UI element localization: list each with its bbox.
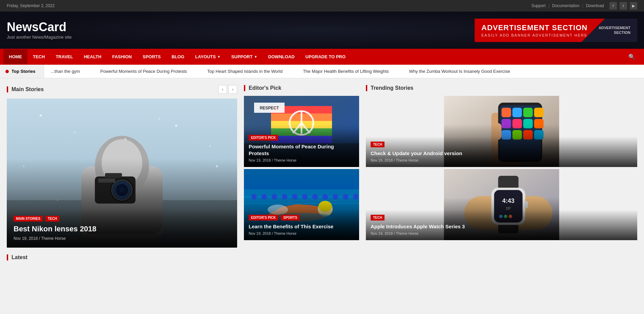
- twitter-icon[interactable]: t: [620, 2, 627, 9]
- editors-pick-card-1[interactable]: RESPECT EDITOR'S PICK Powerful Moments o…: [244, 96, 359, 167]
- main-navigation: HOME TECH TRAVEL HEALTH FASHION SPORTS B…: [0, 49, 644, 65]
- main-stories-section: Main Stories ‹ ›: [7, 85, 237, 248]
- nav-tech[interactable]: TECH: [27, 49, 50, 64]
- editors-pick-title: Editor's Pick: [244, 85, 281, 91]
- pick-tag-1: EDITOR'S PICK: [249, 135, 278, 141]
- main-card-tags: MAIN STORIES TECH: [14, 215, 230, 224]
- ad-subtitle: EASILY ADD BANNER ADVERTISEMENT HERE: [481, 33, 592, 37]
- trending-card-1[interactable]: TECH Check & Update your Android version…: [366, 96, 637, 167]
- advertisement-banner[interactable]: ADVERTISEMENT SECTION EASILY ADD BANNER …: [475, 19, 637, 42]
- pick-card-1-title: Powerful Moments of Peace During Protest…: [249, 143, 354, 156]
- main-stories-header: Main Stories ‹ ›: [7, 85, 237, 94]
- main-stories-title: Main Stories: [7, 86, 44, 92]
- date: Friday, September 2, 2022: [7, 3, 55, 8]
- nav-health[interactable]: HEALTH: [78, 49, 107, 64]
- layouts-dropdown-arrow: ▼: [217, 55, 221, 59]
- main-tag-2: TECH: [45, 216, 59, 222]
- download-link[interactable]: Download: [586, 3, 604, 8]
- ticker-dot: [5, 70, 9, 73]
- ticker-item[interactable]: Top Heart Shaped Islands in the World: [207, 69, 283, 74]
- pick-card-2-overlay: EDITOR'S PICK SPORTS Learn the Benefits …: [244, 210, 359, 240]
- main-card-overlay: MAIN STORIES TECH Best Nikon lenses 2018…: [7, 209, 237, 248]
- site-tagline: Just another News/Magazine site: [7, 35, 71, 40]
- nav-layouts[interactable]: LAYOUTS ▼: [190, 49, 226, 64]
- trend-card-1-overlay: TECH Check & Update your Android version…: [366, 137, 637, 167]
- ad-title: ADVERTISEMENT SECTION: [481, 23, 592, 32]
- trending-card-2[interactable]: 4:43 19° TECH: [366, 169, 637, 240]
- nav-blog[interactable]: BLOG: [166, 49, 190, 64]
- ad-side-text: ADVERTISEMENTSECTION: [599, 25, 630, 35]
- ad-main-content: ADVERTISEMENT SECTION EASILY ADD BANNER …: [481, 23, 592, 37]
- nav-home[interactable]: HOME: [3, 49, 27, 64]
- pick-tag-2a: EDITOR'S PICK: [249, 215, 278, 221]
- pick-tag-2b: SPORTS: [281, 215, 299, 221]
- trend-card-2-meta: Nov 19, 2018 / Theme Horse: [371, 231, 632, 235]
- editors-pick-card-2[interactable]: EDITOR'S PICK SPORTS Learn the Benefits …: [244, 169, 359, 240]
- nav-sports[interactable]: SPORTS: [137, 49, 166, 64]
- trend-card-2-title: Apple Introduces Apple Watch Series 3: [371, 223, 632, 230]
- trend-card-1-tags: TECH: [371, 141, 632, 150]
- next-arrow[interactable]: ›: [228, 85, 237, 94]
- ticker-label: Top Stories: [0, 65, 44, 78]
- trending-stories-title: Trending Stories: [366, 85, 413, 91]
- nav-upgrade[interactable]: UPGRADE TO PRO: [300, 49, 351, 64]
- social-links: f t ▶: [609, 2, 637, 9]
- ticker-item[interactable]: Why the Zumba Workout Is Insanely Good E…: [409, 69, 510, 74]
- site-header: NewsCard Just another News/Magazine site…: [0, 12, 644, 49]
- nav-support[interactable]: SUPPORT ▼: [226, 49, 263, 64]
- support-link[interactable]: Support: [532, 3, 546, 8]
- trending-stories-section: Trending Stories: [366, 85, 637, 248]
- trend-card-2-tags: TECH: [371, 214, 632, 223]
- main-tag-1: MAIN STORIES: [14, 216, 43, 222]
- trend-tag-1: TECH: [371, 142, 385, 147]
- search-icon[interactable]: 🔍: [623, 49, 641, 65]
- site-logo[interactable]: NewsCard Just another News/Magazine site: [7, 21, 71, 40]
- main-card-title: Best Nikon lenses 2018: [14, 224, 230, 234]
- trend-card-1-title: Check & Update your Android version: [371, 150, 632, 157]
- pick-card-1-overlay: EDITOR'S PICK Powerful Moments of Peace …: [244, 130, 359, 167]
- documentation-link[interactable]: Documentation: [552, 3, 580, 8]
- top-bar: Friday, September 2, 2022 Support | Docu…: [0, 0, 644, 12]
- pick-card-2-tags: EDITOR'S PICK SPORTS: [249, 214, 354, 223]
- bottom-section-title: Latest: [7, 254, 637, 260]
- editors-pick-header: Editor's Pick: [244, 85, 359, 91]
- pick-card-1-meta: Nov 19, 2018 / Theme Horse: [249, 158, 354, 162]
- facebook-icon[interactable]: f: [609, 2, 617, 9]
- prev-arrow[interactable]: ‹: [218, 85, 227, 94]
- ticker-item[interactable]: The Major Health Benefits of Lifting Wei…: [303, 69, 389, 74]
- youtube-icon[interactable]: ▶: [630, 2, 637, 9]
- editors-pick-section: Editor's Pick: [244, 85, 359, 248]
- trending-stories-header: Trending Stories: [366, 85, 637, 91]
- pick-card-1-tags: EDITOR'S PICK: [249, 134, 354, 143]
- trend-card-2-overlay: TECH Apple Introduces Apple Watch Series…: [366, 210, 637, 240]
- site-name: NewsCard: [7, 21, 71, 33]
- main-stories-nav: ‹ ›: [218, 85, 237, 94]
- trend-card-1-meta: Nov 19, 2018 / Theme Horse: [371, 158, 632, 162]
- ticker-item[interactable]: Powerful Moments of Peace During Protest…: [100, 69, 187, 74]
- content-area: Main Stories ‹ ›: [0, 78, 644, 254]
- pick-card-2-title: Learn the Benefits of This Exercise: [249, 223, 354, 230]
- main-featured-card[interactable]: MAIN STORIES TECH Best Nikon lenses 2018…: [7, 99, 237, 248]
- trend-tag-2: TECH: [371, 215, 385, 221]
- main-card-meta: Nov 19, 2018 / Theme Horse: [14, 236, 230, 241]
- news-ticker: Top Stories ...than the gym Powerful Mom…: [0, 65, 644, 78]
- nav-download[interactable]: DOWNLOAD: [263, 49, 300, 64]
- ticker-items: ...than the gym Powerful Moments of Peac…: [44, 69, 517, 74]
- nav-fashion[interactable]: FASHION: [107, 49, 137, 64]
- support-dropdown-arrow: ▼: [254, 55, 257, 59]
- ticker-item[interactable]: ...than the gym: [51, 69, 80, 74]
- pick-card-2-meta: Nov 19, 2018 / Theme Horse: [249, 231, 354, 235]
- bottom-section: Latest: [0, 254, 644, 272]
- nav-travel[interactable]: TRAVEL: [50, 49, 78, 64]
- top-bar-right: Support | Documentation | Download f t ▶: [532, 2, 637, 9]
